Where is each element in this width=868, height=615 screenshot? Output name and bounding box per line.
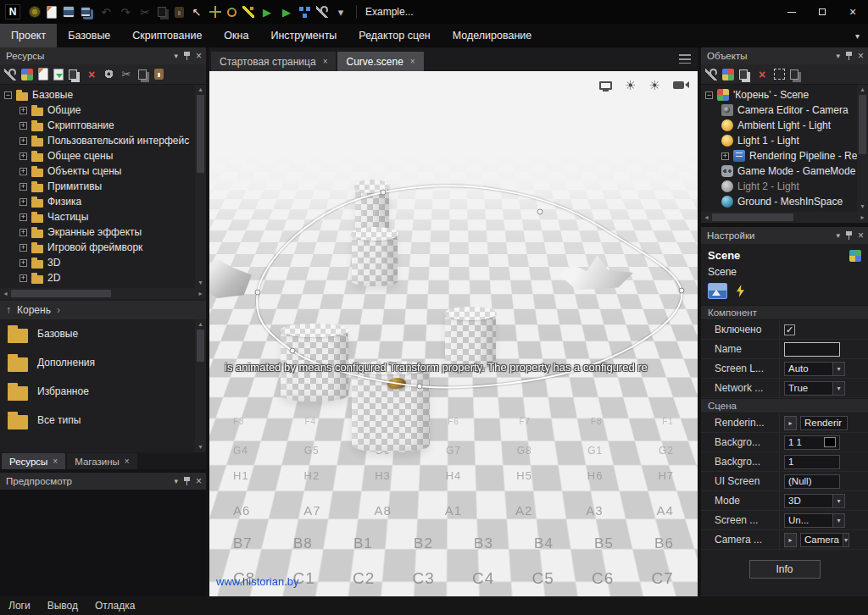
tree-item[interactable]: Game Mode - GameMode [701, 163, 857, 179]
rotate-tool-icon[interactable] [227, 8, 236, 17]
vertical-scrollbar[interactable]: ▴ ▾ [195, 319, 206, 452]
statusbar-tab[interactable]: Вывод [47, 600, 78, 612]
folder-up-icon[interactable]: ↑ [6, 304, 11, 316]
copy-icon[interactable] [158, 7, 166, 17]
expander-icon[interactable]: + [19, 244, 27, 252]
tree-item[interactable]: +Объекты сцены [0, 163, 195, 179]
horizontal-scrollbar[interactable]: ◂ ▸ [701, 212, 868, 223]
tab-close-icon[interactable]: × [53, 457, 58, 466]
scrollbar-thumb[interactable] [859, 95, 866, 154]
scroll-right-icon[interactable]: ▸ [857, 213, 868, 221]
delete-icon[interactable]: × [755, 68, 769, 81]
sun-icon[interactable]: ☀ [649, 79, 660, 91]
list-item[interactable]: Базовые [0, 319, 195, 348]
pin-icon[interactable] [183, 476, 191, 486]
list-item[interactable]: Избранное [0, 377, 195, 406]
list-item[interactable]: Все типы [0, 406, 195, 435]
expander-icon[interactable]: − [4, 91, 12, 99]
checkbox[interactable]: ✓ [784, 324, 795, 335]
tree-item[interactable]: +Игровой фреймворк [0, 240, 195, 255]
text-field[interactable]: (Null) [784, 474, 840, 489]
new-resource-icon[interactable] [38, 68, 48, 80]
expander-icon[interactable]: + [19, 152, 27, 160]
tree-item[interactable]: +Скриптование [0, 118, 195, 133]
scrollbar-thumb[interactable] [197, 330, 204, 362]
paste-icon[interactable] [175, 7, 184, 18]
curve-spline[interactable] [209, 71, 698, 596]
viewport-options-icon[interactable] [679, 54, 691, 64]
expander-icon[interactable]: + [721, 152, 729, 160]
expander-icon[interactable]: + [19, 137, 27, 145]
tree-item[interactable]: +2D [0, 270, 195, 285]
tree-item[interactable]: +Общие [0, 102, 195, 118]
vertical-scrollbar[interactable]: ▴ ▾ [857, 85, 868, 212]
camera-icon[interactable] [673, 81, 684, 89]
copy-icon[interactable] [790, 69, 798, 80]
horizontal-scrollbar[interactable]: ◂ ▸ [0, 288, 206, 299]
close-icon[interactable]: × [196, 51, 202, 61]
events-view-button[interactable] [733, 283, 748, 299]
duplicate-icon[interactable] [69, 69, 77, 80]
tree-item[interactable]: +Rendering Pipeline - Ren [701, 148, 857, 163]
menu-item[interactable]: Проект [0, 24, 57, 47]
pin-icon[interactable] [845, 230, 853, 241]
tree-item[interactable]: +Частицы [0, 209, 195, 224]
chevron-down-icon[interactable]: ▾ [836, 52, 840, 60]
tree-item[interactable]: −Базовые [0, 87, 195, 102]
tree-item[interactable]: + [0, 285, 195, 288]
selected-object-name[interactable]: Scene [701, 263, 868, 282]
restore-button[interactable] [807, 0, 837, 24]
tree-item[interactable]: −'Корень' - Scene [701, 87, 857, 102]
tree-item[interactable]: +Экранные эффекты [0, 224, 195, 240]
color-field[interactable]: 1 1 [784, 435, 840, 450]
tree-item[interactable]: Light 2 - Light [701, 179, 857, 194]
expander-icon[interactable]: + [19, 183, 27, 191]
move-tool-icon[interactable] [209, 6, 221, 18]
tab-close-icon[interactable]: × [125, 457, 130, 466]
tree-item[interactable]: +Примитивы [0, 179, 195, 194]
scroll-down-icon[interactable]: ▾ [198, 278, 202, 288]
paste-icon[interactable] [154, 69, 164, 80]
vertical-scrollbar[interactable]: ▴ ▾ [195, 85, 206, 288]
menu-item[interactable]: Базовые [57, 24, 121, 47]
scene-viewport[interactable]: F3F4F5F6F7F8F1G4G5G6G7G8G1G2H1H2H3H4H5H6… [209, 71, 698, 596]
menu-item[interactable]: Инструменты [259, 24, 348, 47]
expander-icon[interactable]: + [19, 259, 27, 267]
scrollbar-thumb[interactable] [712, 213, 793, 221]
scroll-left-icon[interactable]: ◂ [701, 213, 712, 221]
minimize-button[interactable] [776, 0, 807, 24]
statusbar-tab[interactable]: Отладка [95, 600, 135, 612]
chevron-down-icon[interactable]: ▾ [174, 477, 178, 485]
tree-item[interactable]: +Пользовательский интерфейс [0, 133, 195, 148]
app-logo-icon[interactable]: N [5, 4, 20, 19]
chevron-down-icon[interactable]: ▾ [843, 534, 849, 546]
scrollbar-thumb[interactable] [11, 290, 111, 297]
chevron-down-icon[interactable]: ▾ [832, 382, 844, 395]
statusbar-tab[interactable]: Логи [8, 600, 31, 612]
tree-item[interactable]: +3D [0, 255, 195, 270]
chevron-down-icon[interactable]: ▾ [832, 363, 844, 375]
expander-icon[interactable]: + [19, 229, 27, 236]
chevron-down-icon[interactable]: ▾ [832, 514, 844, 527]
tab-close-icon[interactable]: × [410, 57, 415, 66]
import-icon[interactable] [53, 69, 64, 80]
expander-icon[interactable]: + [19, 107, 27, 114]
text-field[interactable]: 1 [784, 455, 840, 469]
new-file-icon[interactable] [47, 6, 57, 19]
play-alt-icon[interactable]: ▶ [280, 5, 293, 19]
expander-icon[interactable]: + [19, 198, 27, 206]
expander-icon[interactable]: − [705, 91, 713, 99]
cut-icon[interactable]: ✂ [120, 68, 133, 81]
play-icon[interactable]: ▶ [260, 5, 274, 19]
info-button[interactable]: Info [749, 560, 821, 579]
close-button[interactable]: × [837, 0, 868, 24]
scheme-tool-icon[interactable] [299, 7, 310, 18]
expander-icon[interactable]: + [19, 213, 27, 221]
menu-item[interactable]: Скриптование [121, 24, 213, 47]
undo-icon[interactable]: ↶ [99, 5, 113, 19]
chevron-down-icon[interactable]: ▾ [832, 495, 844, 507]
scale-tool-icon[interactable] [242, 6, 254, 18]
select-icon[interactable]: ↖ [190, 5, 203, 19]
transform-gizmo-icon[interactable] [849, 250, 861, 262]
palette-grid-icon[interactable] [722, 69, 734, 80]
